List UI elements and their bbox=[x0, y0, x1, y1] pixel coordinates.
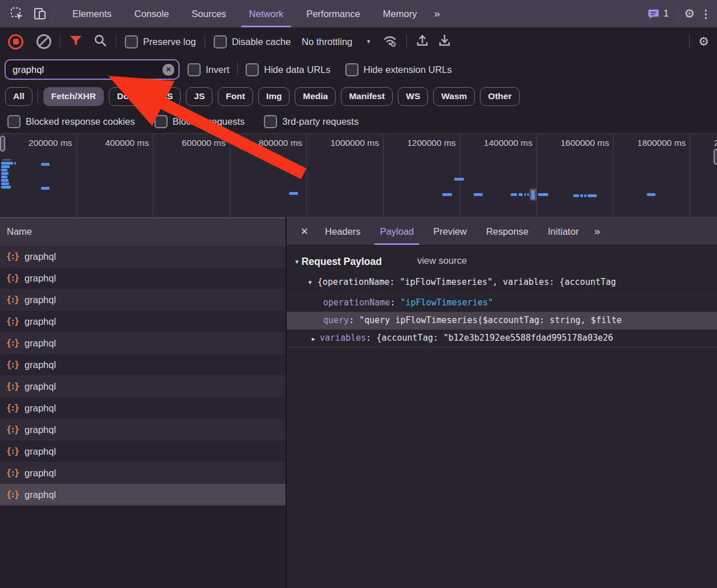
table-row[interactable]: {:}graphql bbox=[0, 311, 286, 332]
hide-data-urls-checkbox[interactable]: Hide data URLs bbox=[246, 63, 330, 76]
third-party-requests-checkbox[interactable]: 3rd-party requests bbox=[264, 115, 358, 128]
divider bbox=[116, 34, 116, 49]
json-request-icon: {:} bbox=[6, 360, 18, 370]
table-row[interactable]: {:}graphql bbox=[0, 332, 286, 354]
timeline-bar-blue bbox=[442, 193, 452, 196]
overview-left-handle[interactable] bbox=[0, 136, 5, 152]
filter-chip-media[interactable]: Media bbox=[295, 87, 336, 106]
filter-chip-font[interactable]: Font bbox=[218, 87, 253, 106]
filter-chip-wasm[interactable]: Wasm bbox=[433, 87, 475, 106]
view-source-link[interactable]: view source bbox=[417, 255, 467, 266]
payload-key: query bbox=[323, 315, 349, 325]
blocked-requests-checkbox[interactable]: Blocked requests bbox=[154, 115, 245, 128]
tab-network[interactable]: Network bbox=[238, 0, 295, 27]
more-detail-tabs-icon[interactable]: » bbox=[588, 225, 605, 238]
table-row[interactable]: {:}graphql bbox=[0, 289, 286, 311]
checkbox-box[interactable] bbox=[188, 63, 201, 76]
tab-console[interactable]: Console bbox=[123, 0, 181, 27]
detail-tab-preview[interactable]: Preview bbox=[423, 218, 476, 245]
timeline-tick-label: 1800000 ms bbox=[637, 138, 686, 217]
table-row[interactable]: {:}graphql bbox=[0, 246, 286, 267]
filter-chip-all[interactable]: All bbox=[5, 87, 32, 106]
more-panels-icon[interactable]: » bbox=[428, 7, 445, 20]
throttling-select[interactable]: No throttling ▼ bbox=[299, 36, 373, 47]
request-name: graphql bbox=[25, 316, 56, 327]
tab-sources[interactable]: Sources bbox=[180, 0, 238, 27]
checkbox-box[interactable] bbox=[345, 63, 358, 76]
checkbox-box[interactable] bbox=[264, 115, 277, 128]
json-request-icon: {:} bbox=[6, 273, 18, 283]
request-name: graphql bbox=[25, 468, 56, 479]
details-tabbar: ✕ HeadersPayloadPreviewResponseInitiator… bbox=[287, 218, 717, 246]
table-row[interactable]: {:}graphql bbox=[0, 462, 286, 484]
checkbox-box[interactable] bbox=[7, 115, 21, 128]
payload-preview-text: {operationName: "ipFlowTimeseries", vari… bbox=[317, 277, 616, 287]
timeline-bar-blue bbox=[1, 182, 9, 185]
detail-tab-response[interactable]: Response bbox=[476, 218, 538, 245]
clear-requests-icon[interactable] bbox=[36, 34, 51, 49]
clear-filter-icon[interactable]: ✕ bbox=[162, 64, 174, 76]
network-settings-gear-icon[interactable]: ⚙ bbox=[698, 35, 709, 48]
request-payload-title[interactable]: ▼ Request Payload bbox=[294, 256, 382, 268]
filter-chip-manifest[interactable]: Manifest bbox=[341, 87, 393, 106]
payload-key: operationName bbox=[323, 297, 390, 308]
payload-row-variables[interactable]: ▶variables: {accountTag: "b12e3b2192ee55… bbox=[287, 329, 717, 348]
filter-input[interactable] bbox=[8, 64, 162, 75]
overview-right-handle[interactable] bbox=[714, 149, 717, 165]
tab-memory[interactable]: Memory bbox=[372, 0, 429, 27]
record-button[interactable] bbox=[8, 34, 23, 50]
checkbox-box[interactable] bbox=[246, 63, 259, 76]
table-row[interactable]: {:}graphql bbox=[0, 440, 286, 462]
payload-row-operationName[interactable]: operationName: "ipFlowTimeseries" bbox=[287, 294, 717, 312]
checkbox-box[interactable] bbox=[214, 35, 227, 48]
timeline-bar-gray bbox=[2, 159, 11, 161]
expand-triangle-icon[interactable]: ▶ bbox=[312, 336, 315, 342]
detail-tab-payload[interactable]: Payload bbox=[370, 218, 424, 245]
inspect-element-icon[interactable] bbox=[6, 0, 28, 27]
filter-chip-fetch-xhr[interactable]: Fetch/XHR bbox=[43, 87, 104, 106]
checkbox-label: Preserve log bbox=[143, 36, 196, 47]
checkbox-box[interactable] bbox=[154, 115, 168, 128]
hide-extension-urls-checkbox[interactable]: Hide extension URLs bbox=[345, 63, 452, 76]
kebab-menu-icon[interactable]: ⋮ bbox=[700, 7, 711, 21]
filter-funnel-icon[interactable] bbox=[69, 34, 83, 49]
table-row[interactable]: {:}graphql bbox=[0, 419, 286, 440]
table-row[interactable]: {:}graphql bbox=[0, 267, 286, 289]
table-row[interactable]: {:}graphql bbox=[0, 397, 286, 419]
import-har-icon[interactable] bbox=[415, 34, 429, 50]
device-toolbar-icon[interactable] bbox=[28, 0, 51, 27]
blocked-response-cookies-checkbox[interactable]: Blocked response cookies bbox=[7, 115, 135, 128]
tab-performance[interactable]: Performance bbox=[295, 0, 371, 27]
disable-cache-checkbox[interactable]: Disable cache bbox=[214, 35, 291, 48]
filter-chip-doc[interactable]: Doc bbox=[109, 87, 141, 106]
payload-separator: : bbox=[390, 297, 400, 308]
section-title: Request Payload bbox=[302, 256, 382, 268]
json-request-icon: {:} bbox=[6, 295, 18, 305]
checkbox-box[interactable] bbox=[125, 35, 138, 48]
timeline-tick-label: 200000 ms bbox=[28, 138, 72, 217]
payload-preview-line[interactable]: ▼ {operationName: "ipFlowTimeseries", va… bbox=[287, 272, 717, 294]
close-details-button[interactable]: ✕ bbox=[294, 226, 315, 238]
network-overview-timeline[interactable]: 200000 ms400000 ms600000 ms800000 ms1000… bbox=[0, 134, 717, 218]
export-har-icon[interactable] bbox=[438, 34, 451, 50]
filter-chip-css[interactable]: CSS bbox=[146, 87, 181, 106]
table-row[interactable]: {:}graphql bbox=[0, 354, 286, 375]
collapse-triangle-icon: ▼ bbox=[294, 259, 300, 265]
table-row[interactable]: {:}graphql bbox=[0, 484, 286, 505]
filter-chip-js[interactable]: JS bbox=[186, 87, 213, 106]
filter-chip-other[interactable]: Other bbox=[480, 87, 519, 106]
issues-button[interactable]: 1 bbox=[644, 8, 672, 20]
payload-row-query[interactable]: query: "query ipFlowTimeseries($accountT… bbox=[287, 312, 717, 329]
invert-checkbox[interactable]: Invert bbox=[188, 63, 229, 76]
detail-tab-headers[interactable]: Headers bbox=[315, 218, 370, 245]
filter-chip-ws[interactable]: WS bbox=[398, 87, 428, 106]
detail-tab-initiator[interactable]: Initiator bbox=[538, 218, 588, 245]
preserve-log-checkbox[interactable]: Preserve log bbox=[125, 35, 196, 48]
settings-gear-icon[interactable]: ⚙ bbox=[684, 7, 695, 21]
name-column-header[interactable]: Name bbox=[0, 218, 286, 246]
tab-elements[interactable]: Elements bbox=[61, 0, 123, 27]
search-icon[interactable] bbox=[93, 34, 107, 50]
table-row[interactable]: {:}graphql bbox=[0, 375, 286, 397]
network-conditions-icon[interactable] bbox=[382, 34, 398, 50]
filter-chip-img[interactable]: Img bbox=[258, 87, 290, 106]
